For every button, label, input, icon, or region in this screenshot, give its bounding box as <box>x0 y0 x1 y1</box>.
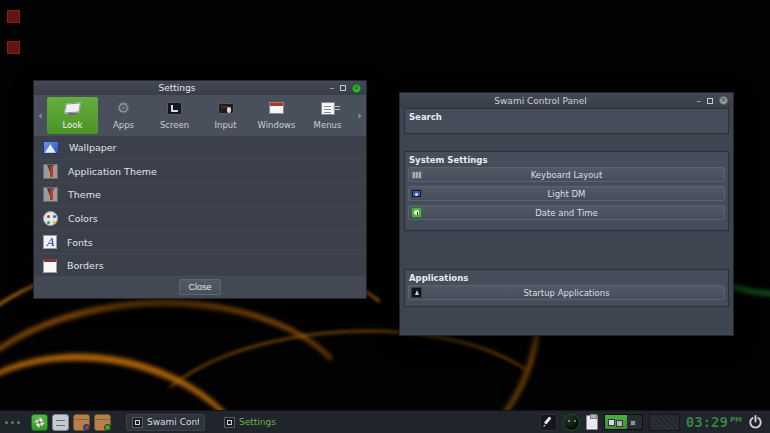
update-badge <box>83 424 90 431</box>
taskbar-window-label: Swami Contr... <box>147 417 199 427</box>
list-item-application-theme[interactable]: Application Theme <box>34 160 366 184</box>
tab-windows[interactable]: Windows <box>251 97 302 134</box>
restore-button[interactable] <box>340 85 346 91</box>
list-item-colors[interactable]: Colors <box>34 207 366 231</box>
date-and-time-button[interactable]: Date and Time <box>408 205 725 220</box>
pen-icon <box>542 416 554 428</box>
package-installer-launcher[interactable] <box>94 414 111 431</box>
workspace-pager <box>604 414 643 430</box>
tab-label: Windows <box>258 120 296 130</box>
file-manager-launcher[interactable] <box>52 414 69 431</box>
wallpaper-icon <box>43 141 59 154</box>
applications-section: Applications Startup Applications <box>404 269 729 307</box>
list-item-label: Wallpaper <box>69 142 117 153</box>
settings-window: Settings – × ‹ Look ⚙ Apps Screen Input <box>33 80 367 299</box>
screen-icon <box>167 102 182 115</box>
button-label: Date and Time <box>409 208 724 218</box>
close-button[interactable]: × <box>719 96 728 105</box>
taskbar-window-label: Settings <box>239 417 276 427</box>
taskbar-window-swami[interactable]: Swami Contr... <box>126 414 205 431</box>
list-item-fonts[interactable]: A Fonts <box>34 231 366 255</box>
search-section[interactable]: Search <box>404 108 729 134</box>
swami-control-panel-window: Swami Control Panel – × Search System Se… <box>399 92 734 336</box>
suit-theme-icon <box>43 187 58 202</box>
button-label: Keyboard Layout <box>409 170 724 180</box>
install-badge <box>104 424 111 431</box>
tab-label: Look <box>63 120 83 130</box>
pinwheel-icon <box>34 417 45 428</box>
tab-screen[interactable]: Screen <box>149 97 200 134</box>
startup-applications-button[interactable]: Startup Applications <box>408 285 725 300</box>
clock-widget[interactable]: 03:29 PM <box>686 414 742 430</box>
window-border-icon <box>43 259 57 273</box>
workspace-1[interactable] <box>605 415 627 429</box>
system-settings-section: System Settings Keyboard Layout Light DM… <box>404 151 729 231</box>
tab-look[interactable]: Look <box>47 97 98 134</box>
settings-bottom-bar: Close <box>34 276 366 298</box>
package-manager-launcher[interactable] <box>73 414 90 431</box>
keyboard-layout-button[interactable]: Keyboard Layout <box>408 167 725 182</box>
button-label: Light DM <box>409 189 724 199</box>
desktop-icon[interactable] <box>7 41 20 54</box>
swami-titlebar[interactable]: Swami Control Panel – × <box>400 93 733 108</box>
panel-menu-dots-icon[interactable] <box>5 421 20 424</box>
system-settings-heading: System Settings <box>405 152 728 167</box>
mascot-menu-icon[interactable] <box>563 414 580 431</box>
clock-time: 03:29 <box>686 414 728 430</box>
panel-empty-slot <box>649 414 680 431</box>
list-item-label: Colors <box>68 213 98 224</box>
list-item-label: Borders <box>67 260 104 271</box>
list-item-borders[interactable]: Borders <box>34 254 366 278</box>
tab-scroll-right-icon[interactable]: › <box>353 109 366 122</box>
swami-window-title: Swami Control Panel <box>400 96 733 106</box>
close-button[interactable]: × <box>352 84 361 93</box>
search-heading: Search <box>405 109 728 124</box>
light-dm-button[interactable]: Light DM <box>408 186 725 201</box>
list-item-wallpaper[interactable]: Wallpaper <box>34 136 366 160</box>
taskbar-window-settings[interactable]: Settings <box>218 414 282 431</box>
swami-app-icon <box>132 417 143 428</box>
power-button-icon[interactable] <box>748 415 763 430</box>
settings-tabstrip: ‹ Look ⚙ Apps Screen Input Windows <box>34 95 366 136</box>
web-browser-launcher[interactable] <box>31 414 48 431</box>
list-item-theme[interactable]: Theme <box>34 183 366 207</box>
startup-icon <box>411 287 422 298</box>
menu-list-icon <box>321 102 335 115</box>
tab-label: Screen <box>160 120 189 130</box>
tab-input[interactable]: Input <box>200 97 251 134</box>
minimize-button[interactable]: – <box>330 84 335 92</box>
settings-app-icon <box>224 417 235 428</box>
suit-theme-icon <box>43 164 58 179</box>
display-manager-icon <box>411 189 422 198</box>
color-palette-icon <box>43 211 58 226</box>
list-item-label: Fonts <box>67 237 93 248</box>
taskbar: Swami Contr... Settings 03:29 PM <box>0 410 770 433</box>
tab-menus[interactable]: Menus <box>302 97 353 134</box>
window-frame-icon <box>269 102 284 114</box>
applications-heading: Applications <box>405 270 728 285</box>
tab-label: Apps <box>113 120 134 130</box>
workspace-2[interactable] <box>627 415 642 429</box>
list-item-label: Application Theme <box>68 166 157 177</box>
gear-icon: ⚙ <box>117 101 130 116</box>
desktop-icon[interactable] <box>7 10 20 23</box>
tab-label: Menus <box>314 120 342 130</box>
minimize-button[interactable]: – <box>697 97 702 105</box>
clock-meridiem: PM <box>730 416 742 424</box>
clipboard-icon[interactable] <box>586 415 598 430</box>
settings-window-title: Settings <box>34 83 366 93</box>
tab-scroll-left-icon[interactable]: ‹ <box>34 109 47 122</box>
list-item-label: Theme <box>68 189 101 200</box>
keyboard-icon <box>411 171 422 179</box>
screenshot-pen-tool[interactable] <box>540 414 557 431</box>
close-dialog-button[interactable]: Close <box>179 279 220 295</box>
settings-titlebar[interactable]: Settings – × <box>34 81 366 95</box>
tab-label: Input <box>214 120 236 130</box>
clock-icon <box>411 207 422 218</box>
input-devices-icon <box>218 103 234 114</box>
font-letter-icon: A <box>43 235 57 249</box>
restore-button[interactable] <box>707 98 713 104</box>
tab-apps[interactable]: ⚙ Apps <box>98 97 149 134</box>
button-label: Startup Applications <box>409 288 724 298</box>
settings-list: Wallpaper Application Theme Theme Colors… <box>34 136 366 278</box>
